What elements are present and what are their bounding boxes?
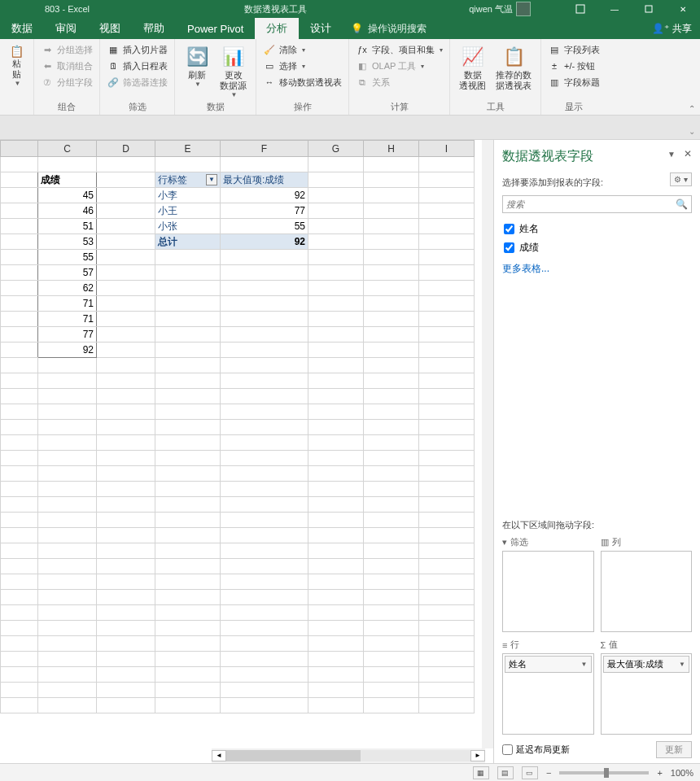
horizontal-scrollbar[interactable]: ◄ ► <box>212 748 485 763</box>
close-pane-button[interactable]: ✕ <box>684 148 692 159</box>
cell[interactable] <box>364 358 419 373</box>
cell[interactable] <box>419 698 475 713</box>
cell[interactable] <box>308 590 364 605</box>
cell[interactable] <box>419 528 475 543</box>
vertical-scrollbar[interactable] <box>482 140 493 748</box>
cell[interactable] <box>221 451 308 466</box>
cell[interactable] <box>38 513 97 528</box>
filter-connections-button[interactable]: 🔗筛选器连接 <box>104 75 170 89</box>
col-header[interactable] <box>1 141 38 157</box>
col-header[interactable]: E <box>155 141 221 157</box>
cell[interactable] <box>1 652 38 667</box>
cell[interactable] <box>1 513 38 528</box>
cell[interactable] <box>1 497 38 513</box>
cell[interactable] <box>364 188 419 203</box>
cell[interactable] <box>97 188 155 203</box>
cell[interactable]: 92 <box>221 188 308 203</box>
cell[interactable] <box>364 451 419 466</box>
cell[interactable] <box>364 683 419 698</box>
cell[interactable] <box>308 404 364 420</box>
col-header[interactable]: I <box>419 141 475 157</box>
cell[interactable] <box>1 312 38 327</box>
page-break-view-button[interactable]: ▭ <box>522 766 538 779</box>
cell[interactable] <box>1 482 38 497</box>
cell[interactable] <box>1 389 38 404</box>
group-field-button[interactable]: ⑦分组字段 <box>38 75 95 89</box>
cell[interactable] <box>419 327 475 343</box>
cell[interactable] <box>1 343 38 358</box>
page-layout-view-button[interactable]: ▤ <box>497 766 514 779</box>
zoom-out-button[interactable]: − <box>546 768 551 778</box>
col-header[interactable]: D <box>97 141 155 157</box>
cell[interactable] <box>221 343 308 358</box>
cell[interactable] <box>419 234 475 250</box>
cell[interactable] <box>1 327 38 343</box>
cell[interactable] <box>308 636 364 652</box>
maximize-button[interactable] <box>632 0 666 18</box>
cell[interactable] <box>1 636 38 652</box>
cell[interactable] <box>364 265 419 281</box>
cell[interactable] <box>308 327 364 343</box>
cell[interactable]: 最大值项:成绩 <box>221 172 308 188</box>
cell[interactable] <box>97 466 155 482</box>
cell[interactable] <box>155 605 221 621</box>
cell[interactable]: 77 <box>38 327 97 343</box>
cell[interactable] <box>97 667 155 683</box>
cell[interactable] <box>155 636 221 652</box>
cell[interactable] <box>419 466 475 482</box>
cell[interactable] <box>419 172 475 188</box>
cell[interactable] <box>38 389 97 404</box>
cell[interactable] <box>155 513 221 528</box>
ungroup-button[interactable]: ⬅取消组合 <box>38 59 95 73</box>
cell[interactable] <box>364 482 419 497</box>
cell[interactable] <box>419 343 475 358</box>
cell[interactable] <box>38 482 97 497</box>
cell[interactable] <box>364 466 419 482</box>
cell[interactable] <box>308 358 364 373</box>
cell[interactable] <box>38 358 97 373</box>
cell[interactable] <box>221 358 308 373</box>
cell[interactable] <box>419 621 475 636</box>
cell[interactable] <box>419 513 475 528</box>
cell[interactable] <box>419 404 475 420</box>
tell-me-search[interactable]: 💡 操作说明搜索 <box>343 18 435 39</box>
zoom-level[interactable]: 100% <box>671 768 693 778</box>
cell[interactable] <box>308 157 364 172</box>
cell[interactable] <box>97 574 155 590</box>
cell[interactable] <box>97 435 155 451</box>
field-item[interactable]: 成绩 <box>502 238 692 257</box>
cell[interactable] <box>221 250 308 265</box>
cell[interactable] <box>38 373 97 389</box>
cell[interactable] <box>364 343 419 358</box>
collapse-ribbon-button[interactable]: ⌃ <box>689 104 695 113</box>
cell[interactable] <box>364 621 419 636</box>
tab-view[interactable]: 视图 <box>88 18 132 39</box>
cell[interactable] <box>97 389 155 404</box>
cell[interactable] <box>308 683 364 698</box>
cell[interactable] <box>308 652 364 667</box>
worksheet-grid[interactable]: C D E F G H I 成绩行标签▼最大值项:成绩45小李9246小王775… <box>0 140 493 763</box>
pane-options-button[interactable]: ▼ <box>667 150 676 159</box>
cell[interactable] <box>308 250 364 265</box>
cell[interactable] <box>419 373 475 389</box>
filter-area[interactable]: ▾筛选 <box>502 536 594 632</box>
cell[interactable] <box>419 296 475 312</box>
cell[interactable] <box>1 621 38 636</box>
cell[interactable] <box>221 590 308 605</box>
col-header[interactable]: H <box>364 141 419 157</box>
select-button[interactable]: ▭选择▾ <box>260 59 344 73</box>
cell[interactable] <box>308 343 364 358</box>
cell[interactable] <box>221 652 308 667</box>
cell[interactable] <box>38 466 97 482</box>
cell[interactable]: 92 <box>221 234 308 250</box>
cell[interactable] <box>221 466 308 482</box>
cell[interactable] <box>155 389 221 404</box>
cell[interactable] <box>221 281 308 296</box>
cell[interactable] <box>38 559 97 574</box>
cell[interactable] <box>97 528 155 543</box>
col-header[interactable]: C <box>38 141 97 157</box>
field-checkbox[interactable] <box>504 224 514 234</box>
cell[interactable] <box>97 636 155 652</box>
cell[interactable] <box>364 312 419 327</box>
cell[interactable]: 57 <box>38 265 97 281</box>
